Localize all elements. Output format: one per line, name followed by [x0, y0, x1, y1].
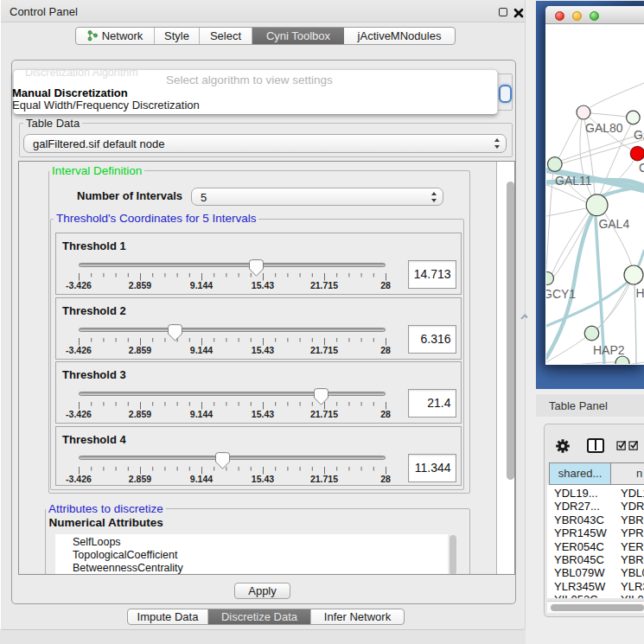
svg-text:GA: GA — [634, 128, 644, 142]
svg-text:C: C — [639, 161, 644, 175]
svg-text:H: H — [636, 286, 644, 300]
svg-text:GAL11: GAL11 — [555, 174, 592, 188]
svg-text:GAL4: GAL4 — [598, 217, 629, 231]
svg-text:GAL80: GAL80 — [585, 121, 623, 135]
svg-text:HAP2: HAP2 — [593, 343, 625, 357]
svg-text:GCY1: GCY1 — [546, 287, 576, 301]
